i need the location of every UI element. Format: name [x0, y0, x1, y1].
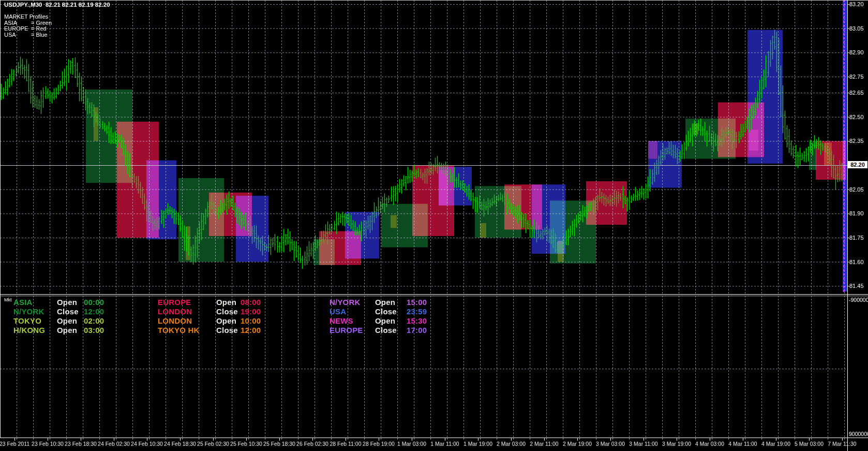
session-box-news	[439, 170, 448, 205]
session-box-usa-current	[843, 0, 847, 292]
session-box-news	[749, 130, 758, 151]
session-box-tokyo	[391, 215, 397, 228]
session-box-europe	[586, 181, 627, 225]
session-box-tokyo	[480, 223, 486, 238]
session-box-tokyo	[693, 123, 698, 135]
chart-plot[interactable]	[0, 0, 868, 451]
session-box-news	[648, 141, 657, 158]
session-box-usa	[146, 161, 176, 239]
mt4-chart-window: USDJPY.,M30 82.21 82.21 82.19 82.20 MARK…	[0, 0, 868, 451]
